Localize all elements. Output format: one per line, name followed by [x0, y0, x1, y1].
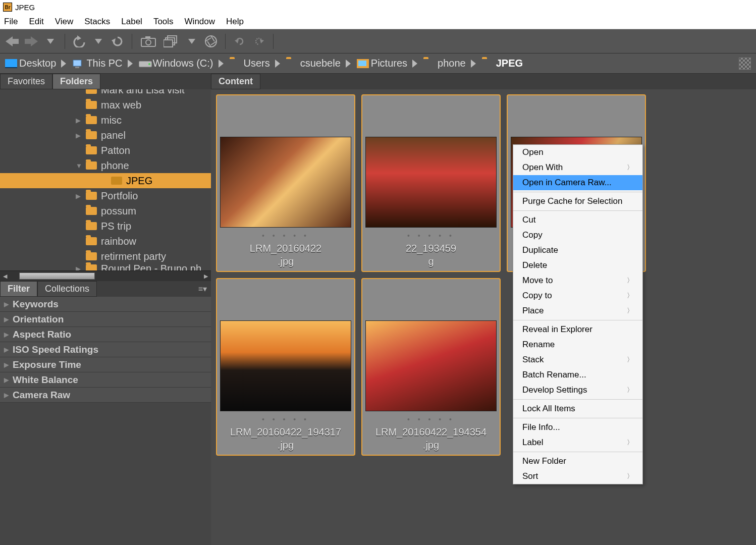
- expand-triangle-icon[interactable]: ▶: [76, 265, 82, 271]
- expand-triangle-icon[interactable]: ▶: [76, 132, 82, 139]
- menu-tools[interactable]: Tools: [151, 16, 176, 28]
- menu-help[interactable]: Help: [224, 16, 246, 28]
- ctx-develop-settings[interactable]: Develop Settings〉: [513, 383, 642, 398]
- ctx-open-with[interactable]: Open With〉: [513, 160, 642, 175]
- expand-triangle-icon[interactable]: ▶: [4, 346, 9, 353]
- folder-patton[interactable]: Patton: [0, 143, 211, 158]
- rotate-left-icon[interactable]: [233, 34, 247, 48]
- thumbnail-LRM_20160422_194317[interactable]: • • • • •LRM_20160422_194317.jpg: [216, 278, 355, 456]
- ctx-rename[interactable]: Rename: [513, 337, 642, 352]
- folder-retirment-party[interactable]: retirment party: [0, 249, 211, 264]
- menu-label[interactable]: Label: [119, 16, 144, 28]
- ctx-sort[interactable]: Sort〉: [513, 469, 642, 484]
- stack-dropdown[interactable]: [185, 34, 199, 48]
- ctx-open-in-camera-raw[interactable]: Open in Camera Raw...: [513, 175, 642, 190]
- rotate-ccw-icon[interactable]: [111, 34, 125, 48]
- chevron-right-icon[interactable]: [126, 60, 136, 68]
- breadcrumb-users[interactable]: Users: [230, 58, 270, 69]
- folder-jpeg[interactable]: JPEG: [0, 173, 211, 188]
- rotate-right-icon[interactable]: [252, 34, 266, 48]
- expand-triangle-icon[interactable]: ▶: [4, 301, 9, 308]
- tab-collections[interactable]: Collections: [37, 281, 97, 297]
- expand-triangle-icon[interactable]: ▶: [4, 331, 9, 338]
- scroll-right-arrow[interactable]: ▶: [202, 272, 210, 280]
- folder-round-pen-bruno-ph[interactable]: ▶Round Pen - Bruno ph: [0, 264, 211, 271]
- ctx-reveal-in-explorer[interactable]: Reveal in Explorer: [513, 322, 642, 337]
- boomerang-icon[interactable]: [72, 34, 86, 48]
- thumbnail-22_193459[interactable]: • • • • •22_193459g: [361, 94, 501, 272]
- ctx-open[interactable]: Open: [513, 145, 642, 160]
- stack-icon[interactable]: [163, 34, 180, 48]
- menu-file[interactable]: File: [2, 16, 20, 28]
- folder-portfolio[interactable]: ▶Portfolio: [0, 188, 211, 203]
- scroll-left-arrow[interactable]: ◀: [1, 272, 9, 280]
- expand-triangle-icon[interactable]: ▶: [4, 361, 9, 368]
- folder-panel[interactable]: ▶panel: [0, 128, 211, 143]
- forward-button[interactable]: [24, 34, 38, 48]
- menu-stacks[interactable]: Stacks: [82, 16, 112, 28]
- filter-group-orientation[interactable]: ▶Orientation: [0, 312, 211, 327]
- folder-misc[interactable]: ▶misc: [0, 113, 211, 128]
- ctx-batch-rename[interactable]: Batch Rename...: [513, 367, 642, 383]
- ctx-stack[interactable]: Stack〉: [513, 352, 642, 367]
- expand-triangle-icon[interactable]: ▶: [4, 316, 9, 323]
- breadcrumb-jpeg[interactable]: JPEG: [482, 58, 523, 69]
- expand-triangle-icon[interactable]: ▶: [76, 192, 82, 200]
- folder-tree[interactable]: Mark and Lisa visitmax web▶misc▶panelPat…: [0, 89, 211, 271]
- ctx-move-to[interactable]: Move to〉: [513, 273, 642, 288]
- filter-group-exposure-time[interactable]: ▶Exposure Time: [0, 357, 211, 372]
- recent-files-dropdown[interactable]: [91, 34, 105, 48]
- chevron-right-icon[interactable]: [469, 60, 479, 68]
- breadcrumb-pictures[interactable]: Pictures: [357, 58, 407, 69]
- tab-favorites[interactable]: Favorites: [0, 74, 52, 89]
- rating-dots[interactable]: • • • • •: [407, 415, 455, 423]
- folder-possum[interactable]: possum: [0, 203, 211, 219]
- tab-folders[interactable]: Folders: [52, 74, 100, 89]
- chevron-right-icon[interactable]: [410, 60, 420, 68]
- chevron-right-icon[interactable]: [217, 60, 227, 68]
- rating-dots[interactable]: • • • • •: [407, 232, 455, 240]
- folder-tree-hscroll[interactable]: ◀ ▶: [0, 271, 211, 281]
- expand-triangle-icon[interactable]: ▶: [76, 117, 82, 124]
- back-button[interactable]: [5, 34, 19, 48]
- thumbnail-LRM_20160422_194354[interactable]: • • • • •LRM_20160422_194354.jpg: [361, 278, 501, 456]
- scroll-thumb[interactable]: [19, 272, 95, 280]
- content-tab[interactable]: Content: [211, 74, 260, 89]
- thumbnail-LRM_20160422[interactable]: • • • • •LRM_20160422.jpg: [216, 94, 355, 272]
- filter-group-keywords[interactable]: ▶Keywords: [0, 297, 211, 312]
- tab-filter[interactable]: Filter: [0, 281, 37, 297]
- ctx-new-folder[interactable]: New Folder: [513, 454, 642, 469]
- rating-dots[interactable]: • • • • •: [262, 415, 309, 423]
- breadcrumb-phone[interactable]: phone: [423, 58, 466, 69]
- breadcrumb-csuebele[interactable]: csuebele: [286, 58, 341, 69]
- breadcrumb-this-pc[interactable]: This PC: [72, 58, 122, 69]
- filter-group-iso-speed-ratings[interactable]: ▶ISO Speed Ratings: [0, 342, 211, 357]
- chevron-right-icon[interactable]: [273, 60, 283, 68]
- ctx-lock-all-items[interactable]: Lock All Items: [513, 401, 642, 416]
- ctx-delete[interactable]: Delete: [513, 258, 642, 273]
- ctx-copy-to[interactable]: Copy to〉: [513, 288, 642, 303]
- expand-triangle-icon[interactable]: ▶: [4, 376, 9, 384]
- folder-mark-and-lisa-visit[interactable]: Mark and Lisa visit: [0, 89, 211, 97]
- chevron-right-icon[interactable]: [59, 60, 69, 68]
- folder-max-web[interactable]: max web: [0, 97, 211, 113]
- rating-dots[interactable]: • • • • •: [262, 232, 309, 240]
- ctx-label[interactable]: Label〉: [513, 435, 642, 450]
- chevron-right-icon[interactable]: [344, 60, 354, 68]
- breadcrumb-windows-c-[interactable]: Windows (C:): [139, 58, 213, 69]
- camera-icon[interactable]: [139, 34, 157, 48]
- ctx-copy[interactable]: Copy: [513, 228, 642, 243]
- ctx-place[interactable]: Place〉: [513, 303, 642, 318]
- menu-edit[interactable]: Edit: [27, 16, 45, 28]
- folder-phone[interactable]: ▼phone: [0, 158, 211, 173]
- thumbnail-quality-icon[interactable]: [739, 58, 751, 70]
- expand-triangle-icon[interactable]: ▼: [76, 162, 82, 170]
- ctx-duplicate[interactable]: Duplicate: [513, 243, 642, 258]
- recent-dropdown[interactable]: [43, 34, 58, 48]
- aperture-icon[interactable]: [204, 34, 218, 48]
- breadcrumb-desktop[interactable]: Desktop: [5, 58, 56, 69]
- panel-menu-icon[interactable]: ≡▾: [194, 284, 211, 294]
- expand-triangle-icon[interactable]: ▶: [4, 392, 9, 399]
- filter-group-camera-raw[interactable]: ▶Camera Raw: [0, 388, 211, 403]
- ctx-cut[interactable]: Cut: [513, 212, 642, 228]
